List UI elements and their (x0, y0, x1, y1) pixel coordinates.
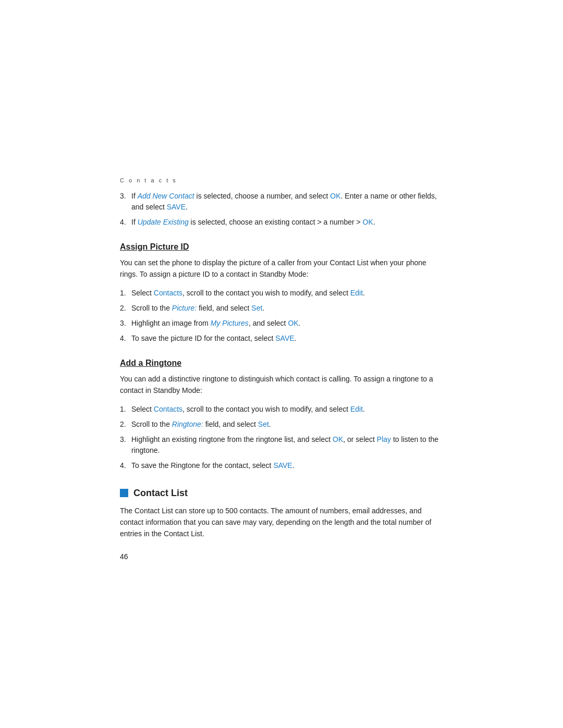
picture-field-link[interactable]: Picture: (172, 304, 197, 312)
ok-link-2[interactable]: OK (363, 218, 373, 226)
page: C o n t a c t s 3. If Add New Contact is… (0, 0, 563, 728)
list-num: 1. (120, 404, 126, 415)
assign-picture-id-heading: Assign Picture ID (120, 242, 443, 252)
add-ringtone-heading: Add a Ringtone (120, 359, 443, 368)
list-num: 3. (120, 318, 126, 329)
list-item: 2. Scroll to the Ringtone: field, and se… (120, 419, 443, 430)
list-item: 3. Highlight an existing ringtone from t… (120, 434, 443, 456)
list-num: 4. (120, 217, 126, 228)
list-num: 3. (120, 191, 126, 202)
save-link-3[interactable]: SAVE (273, 461, 292, 470)
play-link[interactable]: Play (377, 435, 391, 443)
add-ringtone-body: You can add a distinctive ringtone to di… (120, 373, 443, 397)
section-label: C o n t a c t s (120, 177, 443, 183)
contact-list-body: The Contact List can store up to 500 con… (120, 505, 443, 540)
list-num: 4. (120, 333, 126, 344)
list-item: 4. To save the picture ID for the contac… (120, 333, 443, 344)
add-new-contact-link[interactable]: Add New Contact (138, 192, 194, 200)
list-item: 4. If Update Existing is selected, choos… (120, 217, 443, 228)
list-item: 1. Select Contacts, scroll to the contac… (120, 288, 443, 299)
update-existing-link[interactable]: Update Existing (138, 218, 189, 226)
list-item: 3. If Add New Contact is selected, choos… (120, 191, 443, 213)
list-num: 3. (120, 434, 126, 445)
list-num: 4. (120, 460, 126, 471)
blue-square-icon (120, 489, 128, 497)
assign-picture-id-steps: 1. Select Contacts, scroll to the contac… (120, 288, 443, 344)
list-item: 2. Scroll to the Picture: field, and sel… (120, 303, 443, 314)
edit-link-1[interactable]: Edit (350, 289, 363, 297)
contact-list-title: Contact List (133, 488, 188, 499)
save-link-1[interactable]: SAVE (167, 203, 186, 211)
add-ringtone-steps: 1. Select Contacts, scroll to the contac… (120, 404, 443, 471)
list-item: 3. Highlight an image from My Pictures, … (120, 318, 443, 329)
contacts-link-2[interactable]: Contacts (154, 405, 182, 413)
page-number: 46 (120, 552, 443, 561)
list-num: 1. (120, 288, 126, 299)
ok-link-1[interactable]: OK (330, 192, 340, 200)
intro-steps-list: 3. If Add New Contact is selected, choos… (120, 191, 443, 228)
my-pictures-link[interactable]: My Pictures (211, 319, 249, 327)
list-item: 4. To save the Ringtone for the contact,… (120, 460, 443, 471)
contacts-link-1[interactable]: Contacts (154, 289, 182, 297)
set-link-1[interactable]: Set (251, 304, 262, 312)
save-link-2[interactable]: SAVE (275, 334, 294, 342)
edit-link-2[interactable]: Edit (350, 405, 363, 413)
ok-link-4[interactable]: OK (333, 435, 343, 443)
ringtone-field-link[interactable]: Ringtone: (172, 420, 203, 428)
list-item: 1. Select Contacts, scroll to the contac… (120, 404, 443, 415)
list-num: 2. (120, 419, 126, 430)
ok-link-3[interactable]: OK (288, 319, 298, 327)
set-link-2[interactable]: Set (258, 420, 269, 428)
assign-picture-id-body: You can set the phone to display the pic… (120, 257, 443, 280)
list-num: 2. (120, 303, 126, 314)
contact-list-section-heading: Contact List (120, 488, 443, 499)
